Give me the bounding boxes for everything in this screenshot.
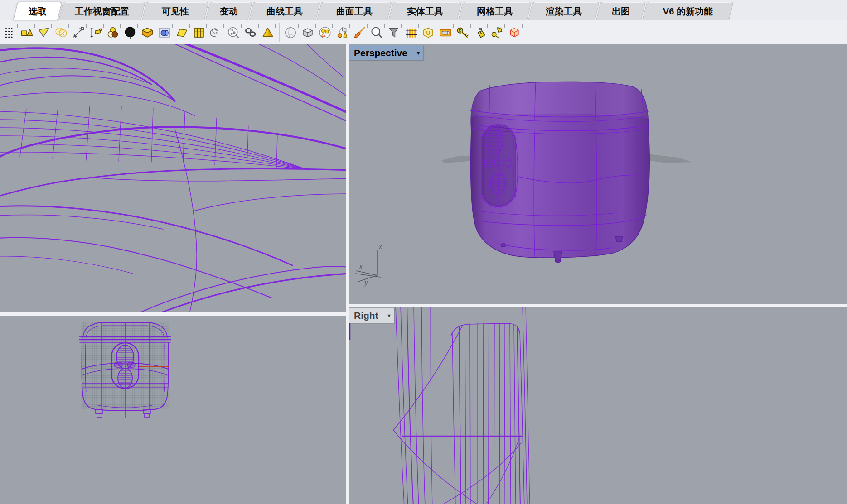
toolbar-button-move-arrows[interactable] [70,23,87,43]
viewport-perspective[interactable]: z x y Perspective ▼ [349,44,847,304]
main-toolbar: U [0,20,847,44]
toolbar-button-black-sphere[interactable] [121,23,139,43]
picture-frame-icon [439,26,452,39]
tab-label: 渲染工具 [531,2,597,20]
toolbar-button-surface-plane[interactable] [173,23,190,43]
toolbar-button-spheres-trio[interactable] [104,23,121,43]
viewport-workspace: z x y Perspective ▼ [0,44,847,504]
filter-funnel-icon [387,26,401,39]
viewport-menu-chevron-icon[interactable]: ▼ [413,45,423,60]
toolbar-button-dots-filter[interactable] [1,23,18,43]
viewport-menu-chevron-icon[interactable]: ▼ [384,308,394,323]
tab-v6-new-features[interactable]: V6 的新功能 [642,2,734,20]
key-tag-icon [490,26,504,39]
tab-transform[interactable]: 变动 [205,2,252,20]
tab-label: 选取 [16,2,59,20]
shaded-model-perspective: z x y [349,44,847,304]
toolbar-button-extrude-box[interactable] [156,23,173,43]
tab-label: 实体工具 [391,2,459,20]
toolbar-button-picture-frame[interactable] [437,23,454,43]
move-arrows-icon [72,26,85,39]
tab-label: 可见性 [145,2,206,20]
viewport-title-perspective[interactable]: Perspective ▼ [349,45,423,60]
paintbrush-icon [353,26,366,39]
horizontal-splitter-left[interactable] [0,312,346,316]
toolbar-button-primitives-group[interactable] [334,23,351,43]
viewport-top[interactable] [0,44,346,312]
toolbar-separator [279,23,280,42]
toolbar-button-texture-cube[interactable] [506,23,523,43]
wireframe-front-view [0,316,346,504]
wireframe-top-view [0,44,346,312]
tab-label: 曲线工具 [252,2,318,20]
spheres-trio-icon [106,26,120,39]
toolbar-button-pyramid[interactable] [259,23,276,43]
detail-view-icon [227,26,240,39]
tab-selection[interactable]: 选取 [13,2,62,20]
fence-icon [404,26,418,39]
magnifier-icon [370,26,383,39]
toolbar-button-hatch-circles[interactable] [53,23,70,43]
toolbar-tab-bar: 选取工作视窗配置可见性变动曲线工具曲面工具实体工具网格工具渲染工具出图V6 的新… [0,0,847,20]
tab-solid-tools[interactable]: 实体工具 [388,2,462,20]
tag-icon [473,26,487,39]
tab-label: V6 的新功能 [645,2,731,20]
box-cone-icon [20,26,34,39]
toolbar-button-fence[interactable] [402,23,420,43]
viewport-right[interactable]: Right ▼ [349,307,847,504]
toolbar-button-chain-links[interactable] [242,23,259,43]
toolbar-button-grid-surface[interactable] [190,23,208,43]
texture-cube-icon [508,26,521,39]
spiral-curve-icon [209,26,223,39]
shaded-sphere-icon [284,26,297,39]
toolbar-button-detail-view[interactable] [225,23,242,43]
toolbar-button-flat-cone[interactable] [35,23,53,43]
extrude-box-icon [158,26,171,39]
toolbar-button-tag[interactable] [471,23,489,43]
viewport-title-right[interactable]: Right ▼ [349,308,394,323]
toolbar-button-key[interactable] [454,23,471,43]
tab-viewport-layout[interactable]: 工作视窗配置 [58,2,145,20]
viewport-title-text: Perspective [349,45,413,60]
toolbar-button-shapes-circle[interactable] [316,23,334,43]
toolbar-button-paintbrush[interactable] [351,23,368,43]
toolbar-button-key-tag[interactable] [489,23,506,43]
surface-plane-icon [175,26,189,39]
rhino-application-window: 选取工作视窗配置可见性变动曲线工具曲面工具实体工具网格工具渲染工具出图V6 的新… [0,0,847,504]
ground-shadow-right [647,154,692,163]
key-icon [456,26,469,39]
viewport-title-text: Right [349,308,384,323]
chain-links-icon [244,26,257,39]
toolbar-button-shaded-sphere[interactable] [282,23,299,43]
dots-filter-icon [3,26,16,39]
svg-text:U: U [426,30,430,36]
tab-curve-tools[interactable]: 曲线工具 [249,2,320,20]
shapes-circle-icon [318,26,332,39]
tab-label: 网格工具 [461,2,529,20]
tab-label: 曲面工具 [319,2,389,20]
tab-label: 变动 [208,2,250,20]
toolbar-button-open-box[interactable] [139,23,156,43]
tab-drafting[interactable]: 出图 [596,2,646,20]
open-box-icon [140,26,154,39]
primitives-group-icon [335,26,349,39]
toolbar-button-ghosted-cube[interactable] [299,23,316,43]
tab-mesh-tools[interactable]: 网格工具 [458,2,532,20]
axis-label-z: z [378,242,382,251]
flat-cone-icon [37,26,51,39]
tab-label: 工作视窗配置 [61,2,143,20]
viewport-front[interactable] [0,316,346,504]
toolbar-button-magnifier[interactable] [368,23,385,43]
toolbar-button-spiral-curve[interactable] [208,23,225,43]
toolbar-button-u-box[interactable]: U [420,23,437,43]
tab-render-tools[interactable]: 渲染工具 [528,2,600,20]
pyramid-icon [261,26,275,39]
toolbar-button-dimension-hand[interactable] [87,23,104,43]
tab-visibility[interactable]: 可见性 [142,2,209,20]
tab-surface-tools[interactable]: 曲面工具 [317,2,392,20]
dimension-hand-icon [89,26,102,39]
control-panel [481,125,515,207]
toolbar-button-box-cone[interactable] [18,23,35,43]
tab-label: 出图 [599,2,643,20]
toolbar-button-filter-funnel[interactable] [385,23,402,43]
